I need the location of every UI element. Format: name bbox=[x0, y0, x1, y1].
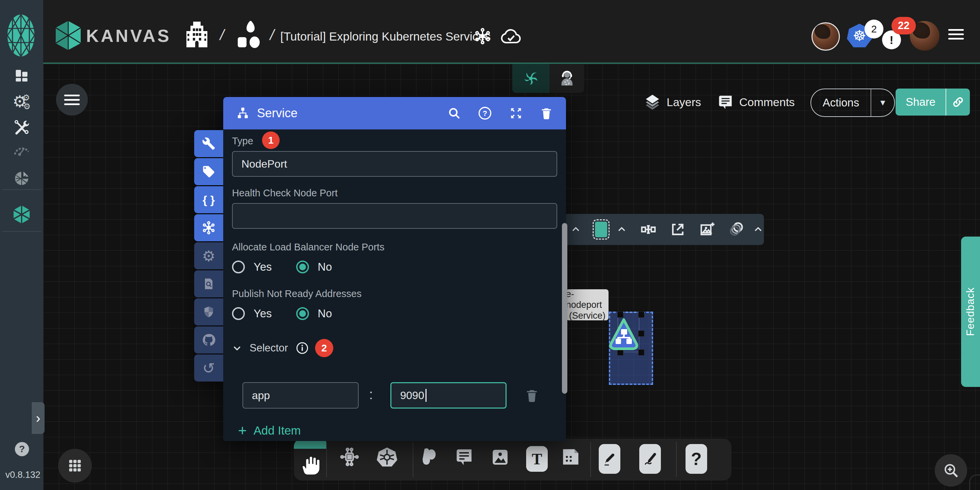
sidebar-item-toolkit[interactable] bbox=[0, 116, 43, 138]
sidebar-help-button[interactable]: ? bbox=[15, 442, 29, 456]
collaborator-avatar[interactable] bbox=[811, 22, 840, 51]
selector-label[interactable]: Selector bbox=[250, 342, 288, 354]
shapes-tool-icon[interactable] bbox=[417, 446, 439, 468]
tab-labels-tag[interactable] bbox=[194, 158, 223, 185]
minimap-corner bbox=[969, 474, 980, 490]
publish-yes-radio[interactable] bbox=[232, 307, 245, 320]
info-icon[interactable] bbox=[296, 341, 309, 355]
add-item-button[interactable]: + Add Item bbox=[238, 422, 301, 439]
feedback-button[interactable]: Feedback bbox=[961, 236, 980, 387]
selection-tool-button[interactable] bbox=[595, 222, 607, 237]
node-selection-rect[interactable] bbox=[609, 311, 653, 385]
sidebar-divider bbox=[2, 189, 41, 190]
tab-history[interactable]: ↺ bbox=[194, 354, 223, 381]
search-icon[interactable] bbox=[447, 106, 461, 120]
share-label[interactable]: Share bbox=[896, 89, 945, 116]
meshery-spiral-button[interactable] bbox=[512, 64, 549, 93]
layers-icon bbox=[644, 93, 661, 111]
tab-network-hub[interactable] bbox=[194, 214, 223, 241]
relationship-hub-icon[interactable] bbox=[473, 26, 492, 46]
sidebar-item-kanvas[interactable] bbox=[0, 200, 43, 228]
open-external-tool-icon[interactable] bbox=[669, 221, 686, 238]
layers-button[interactable]: Layers bbox=[644, 91, 701, 113]
chevron-right-icon: › bbox=[36, 410, 40, 426]
kanvas-app: e-nodeport (Service) bbox=[0, 0, 980, 490]
kubernetes-count-badge: 2 bbox=[864, 19, 883, 38]
brand-wordmark[interactable]: KANVAS bbox=[86, 26, 171, 46]
zoom-in-button[interactable] bbox=[935, 454, 967, 487]
tab-inspect-doc[interactable] bbox=[194, 270, 223, 297]
sidebar-expand-button[interactable]: › bbox=[32, 402, 45, 434]
service-icon bbox=[235, 106, 250, 121]
type-input[interactable]: NodePort bbox=[232, 151, 557, 177]
publish-no-label[interactable]: No bbox=[318, 307, 332, 320]
selector-value-text: 9090 bbox=[400, 389, 424, 402]
comment-tool-icon[interactable] bbox=[453, 447, 474, 468]
dialog-scrollbar[interactable] bbox=[562, 223, 567, 394]
image-tool-icon[interactable] bbox=[490, 447, 511, 468]
allocate-no-label[interactable]: No bbox=[318, 260, 332, 273]
organization-building-icon[interactable] bbox=[186, 22, 207, 47]
note-tool-icon[interactable] bbox=[559, 445, 582, 468]
hub-icon bbox=[201, 220, 216, 235]
design-shapes-icon[interactable] bbox=[236, 21, 262, 48]
tab-settings-gear[interactable]: ⚙ bbox=[194, 242, 223, 269]
chevron-down-icon[interactable] bbox=[232, 343, 242, 353]
tab-github[interactable] bbox=[194, 326, 223, 353]
allocate-no-radio[interactable] bbox=[296, 260, 309, 273]
dialog-header[interactable]: Service ? bbox=[223, 97, 566, 129]
operator-status-button[interactable] bbox=[549, 64, 584, 93]
shapes-tool-icon[interactable] bbox=[727, 220, 746, 239]
sidebar-item-meshery[interactable] bbox=[0, 167, 43, 190]
meshery-logo[interactable] bbox=[7, 14, 35, 57]
expand-icon[interactable] bbox=[509, 106, 523, 121]
allocate-yes-radio[interactable] bbox=[232, 260, 245, 273]
trash-icon[interactable] bbox=[539, 107, 553, 120]
allocate-yes-label[interactable]: Yes bbox=[254, 260, 272, 273]
selector-row-trash-icon[interactable] bbox=[525, 388, 539, 403]
resize-text-tool-icon[interactable] bbox=[640, 221, 657, 238]
sidebar-item-dashboard[interactable] bbox=[0, 65, 43, 86]
toolbar-divider bbox=[590, 442, 591, 477]
chevron-up-icon[interactable] bbox=[571, 224, 581, 235]
chevron-up-icon[interactable] bbox=[753, 224, 763, 235]
health-check-input[interactable] bbox=[232, 203, 557, 229]
selector-value-input[interactable]: 9090 bbox=[390, 382, 506, 409]
pen-tool-icon[interactable] bbox=[599, 444, 620, 474]
gauge-icon bbox=[13, 143, 30, 156]
text-tool-icon[interactable]: T bbox=[526, 446, 548, 472]
actions-button[interactable]: Actions ▼ bbox=[810, 89, 895, 117]
canvas-tools-toolbar bbox=[563, 214, 764, 245]
tab-config-wrench[interactable] bbox=[194, 130, 223, 157]
apps-grid-button[interactable] bbox=[58, 449, 92, 482]
notification-count-badge: 22 bbox=[891, 17, 916, 35]
marker-tool-icon[interactable] bbox=[639, 444, 661, 474]
comments-button[interactable]: Comments bbox=[717, 91, 795, 113]
sidebar-item-performance[interactable] bbox=[0, 139, 43, 160]
publish-no-radio[interactable] bbox=[296, 307, 309, 320]
design-title[interactable]: [Tutorial] Exploring Kubernetes Services bbox=[280, 30, 491, 43]
help-tool-icon[interactable]: ? bbox=[686, 444, 707, 474]
publish-yes-label[interactable]: Yes bbox=[254, 307, 272, 320]
service-node-icon[interactable] bbox=[608, 317, 639, 354]
dialog-body: { } ⚙ bbox=[223, 129, 566, 441]
component-node-tool-icon[interactable] bbox=[339, 446, 360, 468]
actions-caret[interactable]: ▼ bbox=[871, 89, 894, 116]
share-button[interactable]: Share bbox=[896, 89, 970, 116]
actions-label[interactable]: Actions bbox=[811, 89, 870, 116]
share-link-section[interactable] bbox=[946, 89, 970, 116]
tab-security-shield[interactable] bbox=[194, 298, 223, 326]
sidebar-item-lifecycle[interactable]: ⚙ ⚙ ⚙ bbox=[0, 89, 43, 113]
add-image-tool-icon[interactable] bbox=[698, 221, 716, 238]
help-icon[interactable]: ? bbox=[477, 106, 492, 121]
chevron-up-icon[interactable] bbox=[617, 224, 627, 235]
selector-key-input[interactable]: app bbox=[242, 382, 359, 409]
canvas-menu-button[interactable] bbox=[56, 84, 88, 116]
meshery-pie-icon bbox=[13, 170, 30, 187]
header-menu-button[interactable] bbox=[948, 26, 964, 42]
meshery-spiral-icon bbox=[521, 69, 541, 88]
cloud-saved-icon[interactable] bbox=[501, 26, 522, 46]
kubernetes-tool-icon[interactable] bbox=[376, 446, 398, 468]
tab-json-braces[interactable]: { } bbox=[194, 186, 223, 213]
actions-divider bbox=[870, 89, 871, 116]
